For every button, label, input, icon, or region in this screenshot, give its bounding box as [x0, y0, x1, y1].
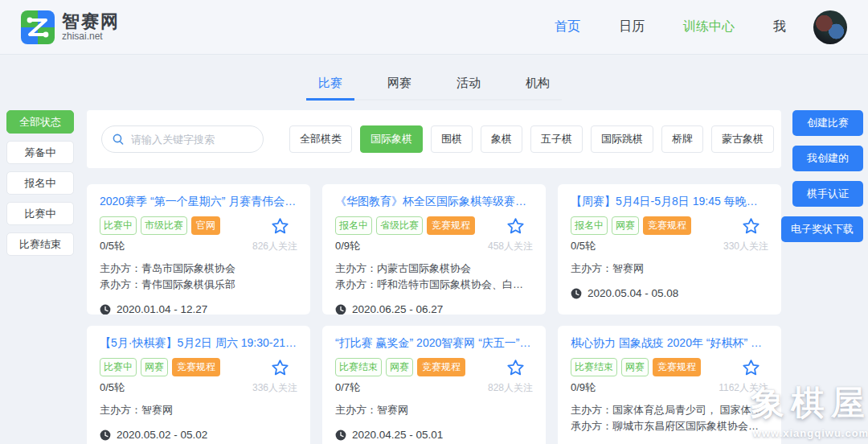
- co-organizer: 承办方：青伟国际象棋俱乐部: [100, 277, 297, 293]
- organizer: 主办方：青岛市国际象棋协会: [100, 261, 297, 277]
- organizer: 主办方：智赛网: [335, 402, 533, 418]
- rules-link-tag[interactable]: 官网: [191, 216, 220, 235]
- actions-sidebar: 创建比赛 我创建的 棋手认证 电子奖状下载: [781, 110, 868, 242]
- cards-grid: 2020赛季 “第一个星期六” 月赛青伟会员招募 比赛中 市级比赛 官网 0/5…: [87, 184, 781, 444]
- date-range: 2020.01.04 - 12.27: [117, 302, 207, 314]
- status-tag: 比赛中: [100, 216, 137, 235]
- status-sidebar: 全部状态 筹备中 报名中 比赛中 比赛结束: [0, 110, 87, 256]
- star-favorite-icon[interactable]: [742, 217, 760, 235]
- clock-icon: [571, 288, 582, 299]
- tab-online-matches[interactable]: 网赛: [375, 71, 424, 101]
- rounds-progress: 0/5轮: [100, 239, 125, 253]
- category-go[interactable]: 围棋: [431, 125, 473, 153]
- user-avatar[interactable]: [813, 10, 847, 44]
- competition-card[interactable]: 【周赛】5月4日-5月8日 19:45 每晚一轮共5轮 报名中 网赛 竞赛规程 …: [558, 184, 781, 314]
- brand-text: 智赛网 zhisai.net: [62, 12, 120, 42]
- status-tag: 省级比赛: [376, 216, 423, 235]
- status-filter-preparing[interactable]: 筹备中: [6, 141, 74, 164]
- status-tag: 网赛: [621, 358, 649, 376]
- date-range: 2020.06.25 - 06.27: [352, 302, 443, 314]
- rules-link-tag[interactable]: 竞赛规程: [417, 358, 465, 376]
- organizer: 主办方：国家体育总局青少司， 国家体育总局棋牌…: [571, 402, 768, 418]
- nav-home[interactable]: 首页: [555, 18, 580, 35]
- top-nav: 首页 日历 训练中心 我: [555, 18, 786, 35]
- create-competition-button[interactable]: 创建比赛: [792, 110, 863, 136]
- nav-me[interactable]: 我: [773, 18, 786, 35]
- category-chess[interactable]: 国际象棋: [360, 125, 423, 153]
- followers-count: 828人关注: [488, 381, 533, 395]
- competition-title[interactable]: 【周赛】5月4日-5月8日 19:45 每晚一轮共5轮: [571, 195, 768, 209]
- status-tag: 比赛中: [100, 358, 137, 376]
- player-certification-button[interactable]: 棋手认证: [792, 181, 863, 207]
- content: 全部棋类 国际象棋 围棋 象棋 五子棋 国际跳棋 桥牌 蒙古象棋 2020赛季 …: [87, 110, 781, 444]
- category-filters: 全部棋类 国际象棋 围棋 象棋 五子棋 国际跳棋 桥牌 蒙古象棋: [289, 125, 774, 153]
- followers-count: 826人关注: [252, 240, 297, 253]
- brand-name: 智赛网: [62, 12, 120, 31]
- date-range: 2020.05.02 - 05.02: [117, 427, 207, 443]
- competition-title[interactable]: “打比赛 赢奖金” 2020智赛网 “庆五一” 国际象…: [335, 336, 533, 351]
- rounds-progress: 0/5轮: [100, 380, 125, 395]
- category-bridge[interactable]: 桥牌: [661, 125, 703, 153]
- competition-card[interactable]: 《华图教育》杯全区国际象棋等级赛（呼和浩特） 报名中 省级比赛 竞赛规程 0/9…: [322, 184, 546, 314]
- star-favorite-icon[interactable]: [271, 217, 289, 235]
- tag-list: 报名中 省级比赛 竞赛规程: [335, 216, 475, 235]
- brand-logo[interactable]: 智赛网 zhisai.net: [21, 10, 120, 44]
- competition-card[interactable]: 棋心协力 国象战疫 2020年 “好棋杯” 全国国际象… 比赛结束 网赛 竞赛规…: [558, 326, 781, 444]
- search-icon: [112, 133, 125, 146]
- status-tag: 网赛: [386, 358, 413, 376]
- status-tag: 比赛结束: [571, 358, 617, 376]
- followers-count: 330人关注: [723, 240, 768, 253]
- clock-icon: [100, 430, 111, 441]
- tab-activities[interactable]: 活动: [444, 71, 493, 101]
- nav-training-center[interactable]: 训练中心: [683, 18, 735, 35]
- competition-title[interactable]: 棋心协力 国象战疫 2020年 “好棋杯” 全国国际象…: [571, 336, 768, 351]
- followers-count: 336人关注: [252, 381, 297, 395]
- tag-list: 比赛中 网赛 竞赛规程: [100, 358, 220, 376]
- status-tag: 报名中: [335, 216, 372, 235]
- status-tag: 比赛结束: [335, 358, 382, 376]
- competition-title[interactable]: 2020赛季 “第一个星期六” 月赛青伟会员招募: [100, 195, 297, 209]
- filter-panel: 全部棋类 国际象棋 围棋 象棋 五子棋 国际跳棋 桥牌 蒙古象棋: [87, 110, 781, 168]
- star-favorite-icon[interactable]: [506, 359, 525, 376]
- competition-card[interactable]: 【5月·快棋赛】5月2日 周六 19:30-21:30 一晚5… 比赛中 网赛 …: [87, 326, 310, 444]
- status-filter-all[interactable]: 全部状态: [6, 110, 74, 134]
- followers-count: 1162人关注: [719, 381, 768, 395]
- category-gomoku[interactable]: 五子棋: [530, 125, 583, 153]
- nav-calendar[interactable]: 日历: [619, 18, 645, 35]
- status-tag: 报名中: [571, 216, 608, 235]
- my-created-button[interactable]: 我创建的: [792, 146, 863, 171]
- category-draughts[interactable]: 国际跳棋: [591, 125, 653, 153]
- clock-icon: [335, 304, 346, 314]
- status-filter-registering[interactable]: 报名中: [6, 171, 74, 195]
- rules-link-tag[interactable]: 竞赛规程: [643, 216, 691, 235]
- tab-organizations[interactable]: 机构: [514, 71, 562, 101]
- competition-card[interactable]: 2020赛季 “第一个星期六” 月赛青伟会员招募 比赛中 市级比赛 官网 0/5…: [87, 184, 310, 314]
- category-mongolian-chess[interactable]: 蒙古象棋: [711, 125, 774, 153]
- tabbar: 比赛 网赛 活动 机构: [306, 71, 562, 101]
- clock-icon: [335, 430, 346, 441]
- competition-title[interactable]: 《华图教育》杯全区国际象棋等级赛（呼和浩特）: [335, 195, 533, 209]
- tag-list: 比赛结束 网赛 竞赛规程: [571, 358, 701, 376]
- brand-logo-icon: [21, 10, 55, 44]
- status-filter-in-progress[interactable]: 比赛中: [6, 202, 74, 225]
- status-filter-finished[interactable]: 比赛结束: [6, 232, 74, 256]
- rounds-progress: 0/9轮: [571, 380, 596, 395]
- search-input[interactable]: [131, 134, 253, 146]
- category-all[interactable]: 全部棋类: [289, 125, 352, 153]
- star-favorite-icon[interactable]: [742, 359, 760, 376]
- rules-link-tag[interactable]: 竞赛规程: [653, 358, 701, 376]
- tab-competitions[interactable]: 比赛: [306, 71, 354, 101]
- main: 全部状态 筹备中 报名中 比赛中 比赛结束 全部棋类 国际象棋 围棋 象棋: [0, 110, 868, 444]
- rules-link-tag[interactable]: 竞赛规程: [427, 216, 475, 235]
- competition-card[interactable]: “打比赛 赢奖金” 2020智赛网 “庆五一” 国际象… 比赛结束 网赛 竞赛规…: [322, 326, 546, 444]
- clock-icon: [100, 304, 111, 314]
- date-range: 2020.05.04 - 05.08: [588, 286, 678, 302]
- star-favorite-icon[interactable]: [271, 359, 289, 376]
- followers-count: 458人关注: [488, 240, 533, 253]
- e-certificate-download-button[interactable]: 电子奖状下载: [781, 216, 863, 242]
- rules-link-tag[interactable]: 竞赛规程: [172, 358, 220, 376]
- rounds-progress: 0/9轮: [335, 239, 360, 253]
- category-xiangqi[interactable]: 象棋: [481, 125, 522, 153]
- star-favorite-icon[interactable]: [506, 217, 525, 235]
- competition-title[interactable]: 【5月·快棋赛】5月2日 周六 19:30-21:30 一晚5…: [100, 336, 297, 351]
